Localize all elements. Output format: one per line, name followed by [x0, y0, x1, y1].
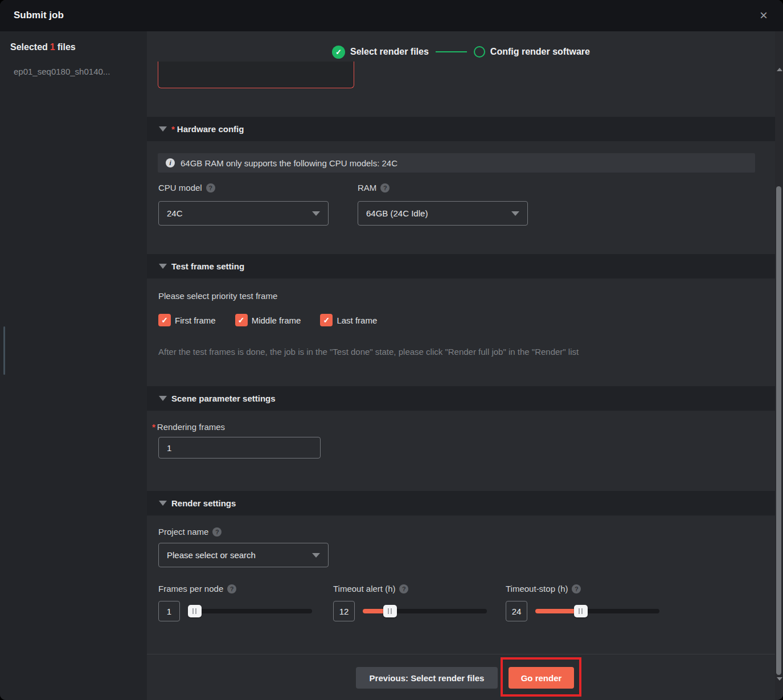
help-icon[interactable]: ?	[380, 183, 390, 193]
file-list-item[interactable]: ep01_seq0180_sh0140...	[14, 67, 110, 76]
selected-suffix: files	[58, 42, 76, 52]
collapse-triangle-icon[interactable]	[159, 501, 167, 506]
test-frame-checkbox-row: ✓ First frame ✓ Middle frame ✓ Last fram…	[158, 314, 377, 326]
section-title: Hardware config	[177, 124, 244, 134]
previous-step-button[interactable]: Previous: Select render files	[356, 667, 498, 689]
help-icon[interactable]: ?	[212, 527, 222, 537]
chevron-down-icon	[312, 211, 320, 216]
section-title: Render settings	[171, 498, 236, 508]
checkbox-last-frame[interactable]: ✓ Last frame	[320, 314, 377, 326]
sidebar-scrollbar[interactable]	[3, 326, 5, 375]
frames-per-node-input[interactable]: 1	[158, 601, 180, 621]
timeout-stop-input[interactable]: 24	[506, 601, 527, 621]
checkbox-checked-icon[interactable]: ✓	[235, 314, 248, 326]
timeout-alert-label: Timeout alert (h) ?	[333, 584, 408, 593]
ram-label: RAM ?	[358, 183, 390, 193]
checkbox-label: Last frame	[337, 316, 377, 325]
info-icon: i	[166, 158, 175, 167]
main-panel: ✓ Select render files Config render soft…	[147, 31, 775, 700]
label-text: CPU model	[158, 183, 202, 193]
ram-value: 64GB (24C Idle)	[366, 208, 511, 218]
close-icon[interactable]: ×	[756, 8, 772, 24]
slider-handle[interactable]	[188, 605, 202, 617]
dialog-title: Submit job	[14, 10, 64, 21]
ram-info-banner: i 64GB RAM only supports the following C…	[158, 153, 755, 173]
frames-per-node-label: Frames per node ?	[158, 584, 236, 593]
dialog-header: Submit job ×	[0, 0, 783, 31]
checkbox-checked-icon[interactable]: ✓	[320, 314, 333, 326]
help-icon[interactable]: ?	[206, 183, 215, 193]
go-render-button[interactable]: Go render	[509, 667, 574, 689]
help-icon[interactable]: ?	[572, 584, 581, 593]
scroll-down-arrow-icon[interactable]	[777, 677, 782, 681]
label-text: Project name	[158, 527, 208, 537]
help-icon[interactable]: ?	[399, 584, 408, 593]
scrollbar-thumb[interactable]	[776, 186, 781, 675]
slider-handle[interactable]	[574, 605, 588, 617]
selected-files-title: Selected1files	[10, 42, 76, 52]
required-mark: *	[171, 124, 175, 134]
test-frame-note: After the test frames is done, the job i…	[158, 347, 579, 357]
info-text: 64GB RAM only supports the following CPU…	[181, 158, 397, 168]
collapse-triangle-icon[interactable]	[159, 126, 167, 132]
step-select-render-files: ✓ Select render files	[332, 46, 429, 59]
step-pending-circle-icon	[474, 46, 485, 58]
label-text: Timeout-stop (h)	[506, 584, 568, 593]
selected-files-sidebar: Selected1files ep01_seq0180_sh0140...	[0, 31, 147, 700]
frames-per-node-slider[interactable]	[188, 609, 312, 613]
label-text: RAM	[358, 183, 376, 193]
error-highlighted-field[interactable]	[158, 62, 354, 88]
cpu-model-label: CPU model ?	[158, 183, 215, 193]
timeout-stop-label: Timeout-stop (h) ?	[506, 584, 581, 593]
checkbox-label: First frame	[175, 316, 216, 325]
step-connector	[436, 51, 467, 52]
priority-test-frame-prompt: Please select priority test frame	[158, 291, 277, 301]
rendering-frames-label: * Rendering frames	[152, 422, 225, 432]
scroll-up-arrow-icon[interactable]	[777, 68, 782, 71]
selected-count: 1	[48, 42, 58, 52]
checkbox-label: Middle frame	[252, 316, 301, 325]
section-header-render-settings[interactable]: Render settings	[147, 491, 775, 515]
ram-select[interactable]: 64GB (24C Idle)	[358, 201, 528, 226]
collapse-triangle-icon[interactable]	[159, 264, 167, 269]
section-header-hardware-config[interactable]: * Hardware config	[147, 117, 775, 141]
checkbox-first-frame[interactable]: ✓ First frame	[158, 314, 216, 326]
step-label: Select render files	[350, 47, 429, 57]
step-done-check-icon: ✓	[332, 46, 345, 59]
project-name-select[interactable]: Please select or search	[158, 543, 329, 567]
main-scrollbar[interactable]	[775, 31, 783, 700]
section-title: Test frame setting	[171, 261, 244, 271]
collapse-triangle-icon[interactable]	[159, 396, 167, 401]
required-mark: *	[152, 422, 155, 432]
step-label: Config render software	[490, 47, 590, 57]
label-text: Rendering frames	[157, 422, 225, 432]
chevron-down-icon	[511, 211, 519, 216]
submit-job-dialog: Submit job × Selected1files ep01_seq0180…	[0, 0, 783, 700]
timeout-stop-slider[interactable]	[535, 609, 659, 613]
cpu-model-select[interactable]: 24C	[158, 201, 329, 226]
selected-prefix: Selected	[10, 42, 48, 52]
project-name-label: Project name ?	[158, 527, 222, 537]
help-icon[interactable]: ?	[227, 584, 236, 593]
project-name-placeholder: Please select or search	[167, 550, 312, 560]
checkbox-checked-icon[interactable]: ✓	[158, 314, 171, 326]
slider-handle[interactable]	[383, 605, 397, 617]
stepper: ✓ Select render files Config render soft…	[147, 39, 775, 64]
section-title: Scene parameter settings	[171, 394, 276, 403]
label-text: Timeout alert (h)	[333, 584, 395, 593]
checkbox-middle-frame[interactable]: ✓ Middle frame	[235, 314, 301, 326]
dialog-footer: Previous: Select render files Go render	[147, 654, 775, 700]
timeout-alert-input[interactable]: 12	[333, 601, 355, 621]
label-text: Frames per node	[158, 584, 223, 593]
section-header-scene-parameters[interactable]: Scene parameter settings	[147, 386, 775, 411]
rendering-frames-input[interactable]: 1	[158, 437, 321, 459]
cpu-model-value: 24C	[167, 208, 312, 218]
step-config-render-software: Config render software	[474, 46, 590, 58]
timeout-alert-slider[interactable]	[363, 609, 487, 613]
section-header-test-frame[interactable]: Test frame setting	[147, 254, 775, 279]
chevron-down-icon	[312, 553, 320, 558]
